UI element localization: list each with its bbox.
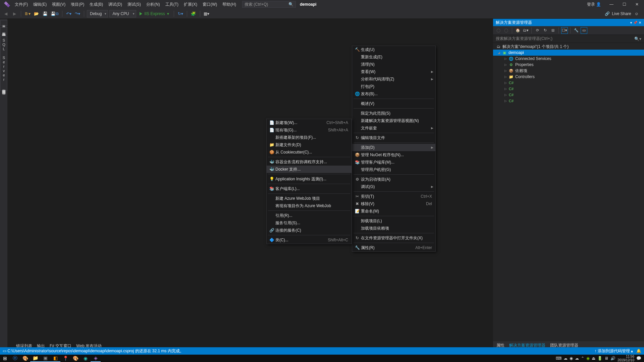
project-node[interactable]: ◢ ▣ demoapi [493, 50, 644, 56]
ctx-item[interactable]: 📚客户端库(L)... [267, 185, 352, 192]
tray-chevron-icon[interactable]: ⌃ [581, 356, 584, 361]
se-back-button[interactable]: ◯ [495, 27, 502, 34]
se-switch-button[interactable]: 🗂▾ [522, 27, 529, 34]
panel-pin-icon[interactable]: 📌 [633, 21, 637, 24]
tray-power-icon[interactable]: 🔋 [597, 356, 602, 361]
solution-root[interactable]: 🗂 解决方案"demoapi"(1 个项目/共 1 个) [493, 44, 644, 50]
tray-onedrive-icon[interactable]: ☁ [575, 356, 579, 361]
tree-item[interactable]: ▷🌐Connected Services [493, 56, 644, 62]
tree-item[interactable]: ▷C# [493, 80, 644, 86]
ctx-item[interactable]: 将现有项目作为 Azure WebJob [267, 202, 352, 209]
sign-in-button[interactable]: 登录 👤 [584, 0, 604, 9]
ctx-item[interactable]: 打包(P) [352, 83, 435, 90]
ctx-item[interactable]: 管理用户机密(G) [352, 166, 435, 173]
layers-button[interactable]: ▦▾ [203, 10, 210, 17]
notifications-icon[interactable]: 🔔 [636, 349, 641, 353]
terminal-icon[interactable]: ▣ [40, 355, 50, 362]
ctx-item[interactable]: 新搭建基架的项目(F)... [267, 134, 352, 141]
tree-item[interactable]: ▷⚙Properties [493, 62, 644, 68]
run-button[interactable]: IIS Express ▾ [138, 11, 171, 16]
ctx-item[interactable]: 🍪从 Cookiecutter(C)... [267, 148, 352, 156]
tray-nvidia-icon[interactable]: ◉ [586, 356, 590, 361]
se-properties-button[interactable]: 🔧 [573, 27, 580, 34]
tray-clock[interactable]: 11:56 2019/12/10 [618, 355, 634, 362]
menu-help[interactable]: 帮助(H) [220, 0, 239, 9]
ctx-item[interactable]: 🔧属性(R)Alt+Enter [352, 244, 435, 251]
se-sync-button[interactable]: ⟳ [534, 27, 541, 34]
ctx-item[interactable]: 🔷类(C)...Shift+Alt+C [267, 236, 352, 244]
ctx-item[interactable]: 清理(N) [352, 61, 435, 68]
tray-volume-icon[interactable]: 🔊 [610, 356, 615, 361]
tray-network-icon[interactable]: 🖥 [604, 356, 608, 361]
se-home-button[interactable]: 🏠 [515, 27, 521, 34]
ctx-item[interactable]: 🌐发布(B)... [352, 90, 435, 98]
ctx-item[interactable]: 📦管理 NuGet 程序包(N)... [352, 151, 435, 159]
menu-window[interactable]: 窗口(W) [200, 0, 220, 9]
maximize-button[interactable]: ☐ [619, 1, 629, 8]
panel-close-icon[interactable]: ✕ [639, 21, 641, 24]
ctx-item[interactable]: ↻编辑项目文件 [352, 134, 435, 141]
menu-edit[interactable]: 编辑(E) [31, 0, 49, 9]
se-fwd-button[interactable]: ◯ [503, 27, 509, 34]
menu-extensions[interactable]: 扩展(X) [181, 0, 200, 9]
se-refresh-button[interactable]: ↻ [542, 27, 548, 34]
sublime-icon[interactable]: ◧ [50, 355, 60, 362]
close-button[interactable]: ✕ [632, 1, 642, 8]
browser-link-button[interactable]: ↻▾ [177, 10, 184, 17]
minimize-button[interactable]: — [606, 1, 616, 8]
palette-icon[interactable]: 🎨 [70, 355, 80, 362]
ctx-item[interactable]: 📄现有项(G)...Shift+Alt+A [267, 126, 352, 134]
solution-explorer-search[interactable]: 搜索解决方案资源管理器(Ctrl+;) 🔍▾ [493, 35, 644, 43]
expand-icon[interactable]: ▷ [504, 87, 508, 90]
source-control-button[interactable]: ↑ 添加到源代码管理 ▴ [594, 348, 633, 354]
live-share-button[interactable]: 🔗 Live Share [605, 11, 631, 16]
expand-icon[interactable]: ▷ [504, 63, 508, 66]
menu-view[interactable]: 视图(V) [49, 0, 68, 9]
redo-button[interactable]: ↷▾ [74, 10, 81, 17]
se-preview-button[interactable]: ▭ [581, 27, 587, 34]
ctx-item[interactable]: 📚管理客户端库(M)... [352, 159, 435, 166]
menu-project[interactable]: 项目(P) [68, 0, 87, 9]
pin-icon[interactable]: 📍 [60, 355, 70, 362]
tree-item[interactable]: ▷📦依赖项 [493, 68, 644, 74]
sql-server-tab[interactable]: SQL Server 对象资源管理器 [0, 36, 7, 91]
ctx-item[interactable]: 重新生成(E) [352, 53, 435, 61]
ctx-item[interactable]: 📄新建项(W)...Ctrl+Shift+A [267, 119, 352, 126]
platform-combo[interactable]: Any CPU [109, 10, 136, 17]
ctx-item[interactable]: ↻在文件资源管理器中打开文件夹(X) [352, 234, 435, 242]
ctx-item[interactable]: 🔗连接的服务(C) [267, 227, 352, 234]
expand-icon[interactable]: ▷ [504, 57, 508, 60]
ctx-item[interactable]: 添加(D)▶ [352, 144, 435, 151]
feedback-button[interactable]: ☺ [635, 11, 639, 16]
expand-icon[interactable]: ▷ [504, 99, 508, 103]
ctx-item[interactable]: 加载项目依赖项 [352, 225, 435, 232]
panel-dropdown-icon[interactable]: ▾ [630, 21, 632, 24]
tray-usb-icon[interactable]: ⏏ [592, 356, 595, 361]
edge-dev-icon[interactable]: ◉ [80, 355, 91, 362]
quick-search[interactable]: 搜索 (Ctrl+Q) 🔍 [242, 1, 296, 8]
ctx-item[interactable]: 新建 Azure WebJob 项目 [267, 195, 352, 202]
edge-icon[interactable]: ⓔ [10, 355, 20, 362]
menu-file[interactable]: 文件(F) [12, 0, 31, 9]
tree-item[interactable]: ▷C# [493, 92, 644, 98]
extensions-button[interactable]: 🧩 [190, 10, 197, 17]
ctx-item[interactable]: 新建解决方案资源管理器视图(N) [352, 117, 435, 124]
explorer-icon[interactable]: 📁 [30, 355, 40, 362]
tree-item[interactable]: ▷C# [493, 98, 644, 104]
ctx-item[interactable]: 查看(W)▶ [352, 68, 435, 75]
ctx-item[interactable]: ⚙设为启动项目(A) [352, 176, 435, 183]
start-button[interactable]: ⊞ [0, 355, 10, 362]
tree-item[interactable]: ▷📁Controllers [493, 74, 644, 80]
ctx-item[interactable]: 服务引用(S)... [267, 219, 352, 227]
ctx-item[interactable]: 🐳容器业务流程协调程序支持... [267, 158, 352, 166]
ctx-item[interactable]: 分析和代码清理(Z)▶ [352, 75, 435, 83]
menu-analyze[interactable]: 分析(N) [144, 0, 163, 9]
vs-taskbar-icon[interactable]: ◈ [91, 355, 101, 362]
tree-item[interactable]: ▷C# [493, 86, 644, 92]
save-button[interactable]: 💾 [41, 10, 49, 17]
tray-vpn-icon[interactable]: ◉ [570, 356, 573, 361]
ctx-item[interactable]: 调试(G)▶ [352, 183, 435, 190]
expand-icon[interactable]: ◢ [498, 51, 502, 54]
forward-button[interactable]: ▶ [11, 10, 18, 17]
undo-button[interactable]: ↶▾ [65, 10, 72, 17]
